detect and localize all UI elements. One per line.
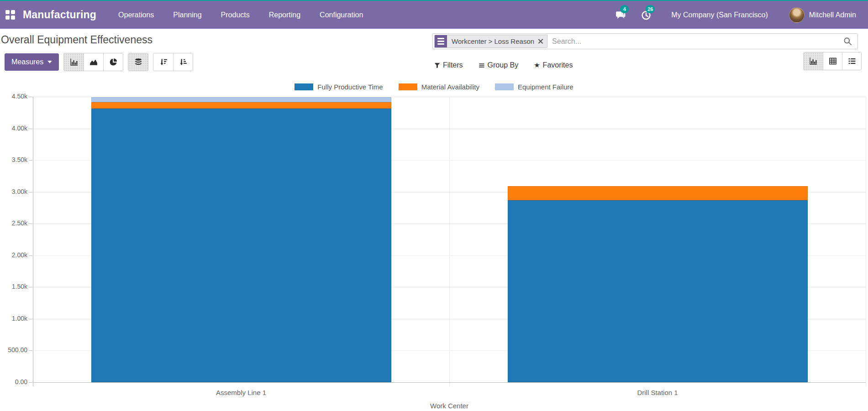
legend-swatch: [295, 83, 313, 90]
bar-segment[interactable]: [91, 97, 391, 102]
legend-swatch: [399, 83, 417, 90]
menu-reporting[interactable]: Reporting: [269, 11, 300, 19]
favorites-button[interactable]: ★ Favorites: [534, 61, 573, 69]
app-name[interactable]: Manufacturing: [23, 9, 96, 21]
menu-products[interactable]: Products: [221, 11, 250, 19]
search-options: Filters Group By ★ Favorites: [434, 58, 573, 73]
apps-menu-icon[interactable]: [5, 10, 16, 20]
avatar: [789, 7, 805, 23]
menu-operations[interactable]: Operations: [118, 11, 154, 19]
search-input[interactable]: [547, 37, 843, 46]
measures-button[interactable]: Measures: [5, 53, 59, 71]
apps-square: [5, 16, 10, 20]
y-axis-label: 4.00k: [0, 125, 27, 132]
y-axis-tick: [29, 382, 32, 383]
chart-legend: Fully Productive TimeMaterial Availabili…: [0, 83, 868, 91]
filters-button[interactable]: Filters: [434, 61, 463, 69]
pie-chart-icon: [109, 58, 117, 66]
stacked-group: [128, 53, 148, 71]
y-axis-label: 4.50k: [0, 93, 27, 100]
legend-item[interactable]: Fully Productive Time: [295, 83, 383, 91]
bar-segment[interactable]: [91, 102, 391, 109]
systray: 4 26 My Company (San Francisco) Mitchell…: [602, 7, 856, 23]
y-axis-label: 2.00k: [0, 251, 27, 259]
user-menu[interactable]: Mitchell Admin: [789, 7, 856, 23]
y-axis-label: 1.00k: [0, 315, 27, 322]
bar-segment[interactable]: [508, 186, 808, 200]
page-title: Overall Equipment Effectiveness: [1, 34, 153, 46]
search-facet: Workcenter > Loss Reason: [434, 35, 547, 48]
apps-square: [5, 10, 10, 14]
x-axis-label: Assembly Line 1: [173, 389, 310, 396]
pie-chart-button[interactable]: [103, 53, 123, 71]
gridline-vertical: [449, 97, 450, 386]
y-axis-tick: [29, 255, 32, 256]
legend-label: Fully Productive Time: [317, 83, 383, 91]
y-axis-label: 500.00: [0, 346, 27, 354]
measures-label: Measures: [11, 58, 43, 66]
messages-button[interactable]: 4: [614, 8, 627, 22]
y-axis-tick: [29, 287, 32, 287]
y-axis-tick: [29, 97, 32, 97]
legend-swatch: [495, 83, 514, 90]
sort-desc-button[interactable]: [153, 53, 173, 71]
activities-button[interactable]: 26: [639, 8, 653, 22]
main-navbar: Manufacturing Operations Planning Produc…: [0, 1, 868, 29]
legend-item[interactable]: Equipment Failure: [495, 83, 573, 91]
search-box: Workcenter > Loss Reason: [432, 33, 858, 49]
y-axis-label: 3.00k: [0, 188, 27, 195]
apps-square: [11, 16, 15, 20]
main-menu: Operations Planning Products Reporting C…: [118, 11, 363, 19]
sort-desc-icon: [159, 58, 168, 66]
legend-label: Material Availability: [421, 83, 479, 91]
legend-item[interactable]: Material Availability: [399, 83, 479, 91]
search-icon[interactable]: [843, 37, 852, 46]
y-axis-label: 1.50k: [0, 283, 27, 290]
view-switcher: [803, 52, 862, 70]
pivot-view-icon: [829, 57, 837, 65]
sort-asc-icon: [179, 58, 187, 66]
sort-asc-button[interactable]: [173, 53, 193, 71]
y-axis-line: [33, 97, 33, 386]
oee-stacked-bar-chart: Fully Productive TimeMaterial Availabili…: [0, 80, 868, 411]
y-axis-label: 3.50k: [0, 156, 27, 163]
facet-remove-icon[interactable]: [538, 39, 543, 44]
group-by-button[interactable]: Group By: [479, 61, 519, 69]
graph-toolbar: Measures: [5, 53, 193, 71]
list-view-button[interactable]: [842, 52, 861, 70]
y-axis-label: 0.00: [0, 378, 27, 385]
stack-icon: [134, 58, 142, 66]
y-axis-tick: [29, 350, 32, 351]
activities-badge: 26: [646, 5, 655, 13]
company-switcher[interactable]: My Company (San Francisco): [671, 11, 768, 19]
bar-segment[interactable]: [508, 200, 808, 382]
x-axis-label: Drill Station 1: [589, 389, 726, 396]
pivot-view-button[interactable]: [823, 52, 842, 70]
graph-view-icon: [809, 57, 817, 65]
bar-segment[interactable]: [91, 109, 391, 382]
facet-label: Workcenter > Loss Reason: [452, 37, 534, 45]
star-icon: ★: [534, 61, 540, 69]
bar-chart-button[interactable]: [64, 53, 84, 71]
apps-square: [11, 10, 15, 14]
graph-view-button[interactable]: [804, 52, 823, 70]
menu-configuration[interactable]: Configuration: [320, 11, 363, 19]
bar-chart-icon: [70, 58, 78, 66]
y-axis-tick: [29, 160, 32, 161]
group-by-facet-icon: [435, 35, 447, 47]
legend-label: Equipment Failure: [518, 83, 573, 91]
menu-planning[interactable]: Planning: [173, 11, 201, 19]
y-axis-tick: [29, 319, 32, 319]
y-axis-label: 2.50k: [0, 219, 27, 227]
list-view-icon: [848, 57, 856, 65]
x-axis-title: Work Center: [381, 402, 518, 410]
area-chart-icon: [89, 58, 98, 66]
line-chart-button[interactable]: [84, 53, 103, 71]
chart-type-group: [63, 53, 123, 71]
stacked-button[interactable]: [128, 53, 148, 71]
gridline-vertical: [866, 97, 866, 386]
messages-badge: 4: [620, 5, 629, 13]
odoo-manufacturing-window: Manufacturing Operations Planning Produc…: [0, 0, 868, 411]
group-by-icon: [479, 62, 485, 68]
y-axis-tick: [29, 129, 32, 129]
